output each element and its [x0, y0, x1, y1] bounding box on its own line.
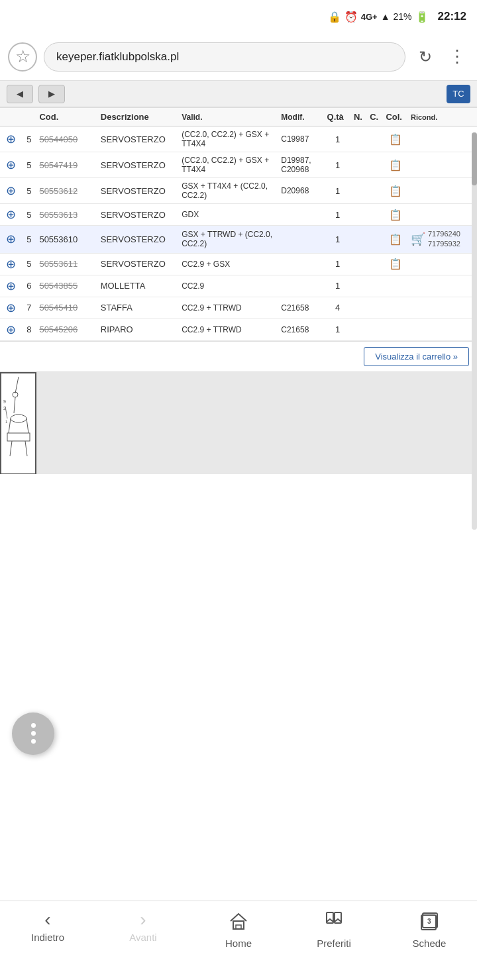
fab-dots — [31, 723, 36, 744]
svg-rect-6 — [7, 433, 30, 441]
n-cell — [351, 226, 367, 254]
add-icon[interactable]: ⊕ — [6, 258, 16, 271]
add-cell[interactable]: ⊕ — [0, 126, 21, 152]
qta-cell: 1 — [325, 178, 351, 204]
svg-line-8 — [25, 441, 27, 456]
add-cell[interactable]: ⊕ — [0, 226, 21, 254]
visualizza-carrello-button[interactable]: Visualizza il carrello » — [364, 347, 469, 366]
modif-cell: D20968 — [278, 178, 324, 204]
valid-cell: CC2.9 + TTRWD — [179, 318, 278, 340]
add-cell[interactable]: ⊕ — [0, 204, 21, 226]
nav-back-icon: ◀ — [17, 89, 23, 99]
doc-icon[interactable]: 📋 — [389, 258, 402, 270]
ricond-cell — [408, 297, 477, 318]
svg-line-2 — [14, 397, 15, 413]
col-modif-header: Modif. — [278, 108, 324, 126]
cod-cell: 50544050 — [36, 126, 97, 152]
add-cell[interactable]: ⊕ — [0, 297, 21, 318]
doc-icon[interactable]: 📋 — [389, 160, 402, 171]
n-cell — [351, 152, 367, 178]
cod-value: 50553611 — [39, 259, 78, 269]
reload-button[interactable]: ↻ — [412, 44, 439, 70]
floating-action-button[interactable] — [12, 712, 54, 755]
add-cell[interactable]: ⊕ — [0, 178, 21, 204]
qta-cell: 1 — [325, 126, 351, 152]
modif-cell: C21658 — [278, 318, 324, 340]
url-bar[interactable]: keyeper.fiatklubpolska.pl — [44, 42, 405, 72]
n-cell — [351, 253, 367, 275]
star-button[interactable]: ☆ — [8, 42, 37, 72]
ricond-cell — [408, 178, 477, 204]
valid-cell: GDX — [179, 204, 278, 226]
modif-cell: C21658 — [278, 297, 324, 318]
add-cell[interactable]: ⊕ — [0, 253, 21, 275]
cod-cell: 50547419 — [36, 152, 97, 178]
add-icon[interactable]: ⊕ — [6, 132, 16, 146]
battery-icon: 🔋 — [415, 11, 429, 23]
doc-icon[interactable]: 📋 — [389, 134, 402, 145]
desc-cell: SERVOSTERZO — [98, 226, 179, 254]
add-cell[interactable]: ⊕ — [0, 152, 21, 178]
desc-cell: RIPARO — [98, 318, 179, 340]
add-cell[interactable]: ⊕ — [0, 318, 21, 340]
add-icon[interactable]: ⊕ — [6, 208, 16, 221]
table-row: ⊕ 6 50543855 MOLLETTA CC2.9 1 — [0, 275, 477, 297]
nav-forward-button[interactable]: ▶ — [38, 85, 65, 103]
qta-cell: 1 — [325, 253, 351, 275]
cod-value: 50544050 — [39, 134, 78, 144]
n-cell — [351, 178, 367, 204]
nav-label-preferiti: Preferiti — [317, 938, 351, 949]
cod-cell: 50553611 — [36, 253, 97, 275]
col-valid-header: Valid. — [179, 108, 278, 126]
nav-item-indietro[interactable]: ‹ Indietro — [15, 910, 81, 943]
diagram-thumbnail[interactable]: 9 2 1 — [0, 372, 36, 475]
add-icon[interactable]: ⊕ — [6, 184, 16, 197]
add-icon[interactable]: ⊕ — [6, 279, 16, 293]
add-cell[interactable]: ⊕ — [0, 275, 21, 297]
cart-cell: 🛒 71796240 71795932 — [411, 229, 474, 250]
col-num-header — [21, 108, 36, 126]
nav-item-schede[interactable]: 3 Schede — [396, 910, 462, 949]
svg-text:9: 9 — [3, 399, 6, 404]
nav-item-home[interactable]: Home — [205, 910, 272, 949]
valid-cell: (CC2.0, CC2.2) + GSX + TT4X4 — [179, 126, 278, 152]
tc-button[interactable]: TC — [447, 85, 470, 103]
nav-item-preferiti[interactable]: Preferiti — [301, 910, 367, 949]
valid-cell: CC2.9 + TTRWD — [179, 297, 278, 318]
valid-cell: GSX + TTRWD + (CC2.0, CC2.2) — [179, 226, 278, 254]
row-num-cell: 6 — [21, 275, 36, 297]
qta-cell: 4 — [325, 297, 351, 318]
time-display: 22:12 — [438, 10, 466, 23]
col-n-header: N. — [351, 108, 367, 126]
cod-value: 50553612 — [39, 186, 78, 196]
add-icon[interactable]: ⊕ — [6, 232, 16, 246]
valid-cell: GSX + TT4X4 + (CC2.0, CC2.2) — [179, 178, 278, 204]
n-cell — [351, 275, 367, 297]
nav-back-button[interactable]: ◀ — [7, 85, 33, 103]
scroll-indicator — [472, 132, 477, 530]
col-cell — [383, 318, 408, 340]
qta-cell: 1 — [325, 318, 351, 340]
add-icon[interactable]: ⊕ — [6, 301, 16, 315]
table-row: ⊕ 8 50545206 RIPARO CC2.9 + TTRWD C21658… — [0, 318, 477, 340]
nav-label-home: Home — [225, 938, 252, 949]
dot-3 — [31, 739, 36, 744]
reload-icon: ↻ — [419, 48, 432, 66]
doc-icon[interactable]: 📋 — [389, 209, 402, 220]
qta-cell: 1 — [325, 226, 351, 254]
valid-cell: (CC2.0, CC2.2) + GSX + TT4X4 — [179, 152, 278, 178]
svg-line-4 — [9, 418, 11, 433]
cart-button[interactable]: 🛒 — [411, 231, 425, 248]
add-icon[interactable]: ⊕ — [6, 158, 16, 172]
doc-icon[interactable]: 📋 — [389, 185, 402, 197]
table-row: ⊕ 5 50553611 SERVOSTERZO CC2.9 + GSX 1 📋 — [0, 253, 477, 275]
col-cell: 📋 — [383, 204, 408, 226]
add-icon[interactable]: ⊕ — [6, 323, 16, 336]
menu-button[interactable]: ⋮ — [445, 44, 469, 70]
nav-item-avanti[interactable]: › Avanti — [110, 910, 176, 943]
doc-icon[interactable]: 📋 — [389, 234, 402, 245]
qta-cell: 1 — [325, 204, 351, 226]
ricond-cell — [408, 204, 477, 226]
c-cell — [367, 152, 383, 178]
desc-cell: SERVOSTERZO — [98, 204, 179, 226]
